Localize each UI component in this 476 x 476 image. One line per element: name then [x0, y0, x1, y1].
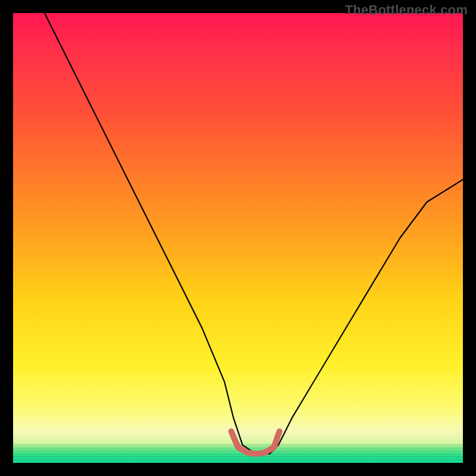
- chart-svg: [13, 13, 463, 463]
- bottleneck-curve: [45, 13, 463, 454]
- plot-area: [13, 13, 463, 463]
- chart-frame: TheBottleneck.com: [0, 0, 476, 476]
- watermark-text: TheBottleneck.com: [345, 2, 468, 18]
